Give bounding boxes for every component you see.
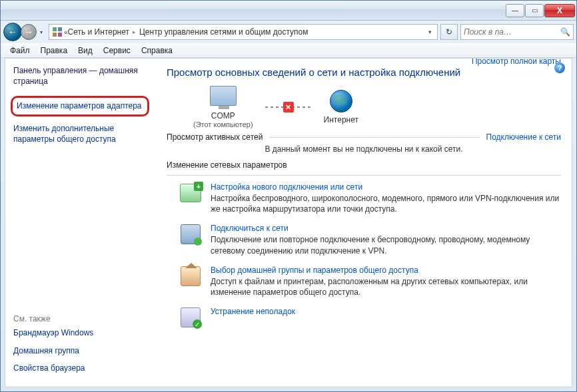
nav-buttons: ← → ▾ <box>3 23 46 41</box>
svg-rect-3 <box>58 33 62 37</box>
search-icon[interactable]: 🔍 <box>560 27 570 37</box>
sidebar-firewall[interactable]: Брандмауэр Windows <box>13 327 149 338</box>
window: — ▭ X ← → ▾ « Сеть и Интернет ▸ Центр уп… <box>0 0 577 392</box>
highlighted-adapter-link: Изменение параметров адаптера <box>11 96 149 116</box>
task-connect-title[interactable]: Подключиться к сети <box>211 224 561 233</box>
homegroup-icon <box>181 266 201 286</box>
address-dropdown-icon[interactable]: ▾ <box>426 29 434 35</box>
task-connect[interactable]: Подключиться к сети Подключение или повт… <box>179 224 561 256</box>
breadcrumb-part1[interactable]: Сеть и Интернет <box>68 27 129 37</box>
sidebar-homegroup[interactable]: Домашняя группа <box>13 345 149 356</box>
menu-view[interactable]: Вид <box>73 45 98 57</box>
menu-file[interactable]: Файл <box>5 45 35 57</box>
breadcrumb-part2[interactable]: Центр управления сетями и общим доступом <box>139 27 308 37</box>
search-input[interactable] <box>464 27 559 37</box>
sidebar-adapter-settings[interactable]: Изменение параметров адаптера <box>17 100 143 111</box>
change-settings-label: Изменение сетевых параметров <box>167 160 561 170</box>
breadcrumb-sep-icon: ▸ <box>133 29 136 35</box>
task-troubleshoot[interactable]: Устранение неполадок <box>179 307 561 328</box>
sidebar-browser[interactable]: Свойства браузера <box>13 363 149 373</box>
globe-icon <box>330 90 352 112</box>
computer-sub: (Этот компьютер) <box>193 120 253 128</box>
see-also-heading: См. также <box>13 314 149 323</box>
active-networks-label: Просмотр активных сетей <box>167 132 263 142</box>
history-dropdown[interactable]: ▾ <box>37 25 46 39</box>
back-button[interactable]: ← <box>3 23 22 41</box>
breadcrumb-overflow[interactable]: « <box>64 29 67 36</box>
task-troubleshoot-title[interactable]: Устранение неполадок <box>211 307 295 316</box>
menu-edit[interactable]: Правка <box>35 45 73 57</box>
internet-node: Интернет <box>324 90 358 124</box>
connect-link[interactable]: Подключение к сети <box>486 132 561 142</box>
close-button[interactable]: X <box>544 4 575 17</box>
address-bar[interactable]: « Сеть и Интернет ▸ Центр управления сет… <box>49 24 438 40</box>
task-new-connection[interactable]: Настройка нового подключения или сети На… <box>179 182 561 214</box>
nav-row: ← → ▾ « Сеть и Интернет ▸ Центр управлен… <box>1 21 576 43</box>
connect-icon <box>181 224 201 244</box>
computer-name: COMP <box>211 111 235 120</box>
active-networks-section: Просмотр активных сетей Подключение к се… <box>167 132 561 142</box>
task-connect-desc: Подключение или повторное подключение к … <box>211 234 561 256</box>
sidebar: Панель управления — домашняя страница Из… <box>5 59 152 387</box>
full-map-link[interactable]: Просмотр полной карты <box>167 59 561 66</box>
help-icon[interactable]: ? <box>554 63 565 73</box>
titlebar: — ▭ X <box>1 1 576 21</box>
control-panel-icon <box>52 27 63 37</box>
no-network-message: В данный момент вы не подключены ни к ка… <box>167 144 561 154</box>
refresh-button[interactable]: ↻ <box>440 24 458 40</box>
svg-rect-0 <box>53 27 57 31</box>
svg-rect-1 <box>58 27 62 31</box>
network-line: ✕ <box>265 106 312 108</box>
maximize-button[interactable]: ▭ <box>525 4 544 17</box>
search-box[interactable]: 🔍 <box>460 24 574 40</box>
svg-rect-2 <box>53 33 57 37</box>
network-map: COMP (Этот компьютер) ✕ Интернет <box>193 86 561 128</box>
page-title: Просмотр основных сведений о сети и наст… <box>167 67 561 78</box>
menu-service[interactable]: Сервис <box>98 45 136 57</box>
task-homegroup-desc: Доступ к файлам и принтерам, расположенн… <box>211 276 561 297</box>
menu-bar: Файл Правка Вид Сервис Справка <box>1 43 576 58</box>
sidebar-home[interactable]: Панель управления — домашняя страница <box>13 65 149 87</box>
internet-label: Интернет <box>324 115 358 124</box>
forward-button[interactable]: → <box>21 24 37 40</box>
computer-icon <box>210 86 237 106</box>
task-homegroup-title[interactable]: Выбор домашней группы и параметров общег… <box>211 266 561 275</box>
task-new-connection-desc: Настройка беспроводного, широкополосного… <box>211 193 561 214</box>
task-new-connection-title[interactable]: Настройка нового подключения или сети <box>211 182 561 192</box>
sidebar-sharing-settings[interactable]: Изменить дополнительные параметры общего… <box>13 123 149 144</box>
disconnected-icon: ✕ <box>283 102 294 112</box>
wizard-icon <box>180 184 201 202</box>
minimize-button[interactable]: — <box>506 4 524 17</box>
troubleshoot-icon <box>181 307 201 327</box>
task-homegroup[interactable]: Выбор домашней группы и параметров общег… <box>179 266 561 297</box>
menu-help[interactable]: Справка <box>136 45 178 57</box>
main-panel: ? Просмотр основных сведений о сети и на… <box>152 59 572 387</box>
content: Панель управления — домашняя страница Из… <box>5 58 572 387</box>
this-computer-node: COMP (Этот компьютер) <box>193 86 253 128</box>
